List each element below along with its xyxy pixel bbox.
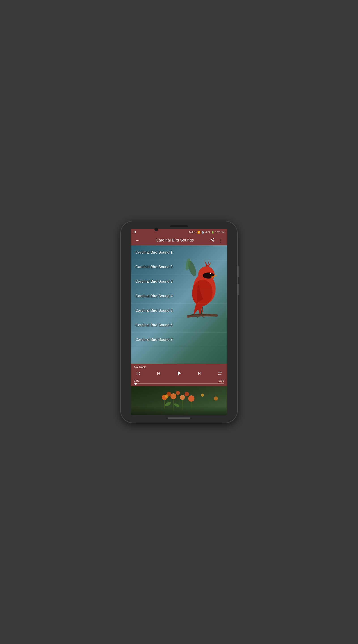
sound-item-6[interactable]: Cardinal Bird Sound 6 [131, 318, 227, 332]
svg-point-18 [171, 393, 176, 399]
player-time-row: 0:00 0:00 [134, 379, 224, 382]
bottom-image-overlay [131, 406, 227, 415]
repeat-icon [217, 371, 222, 376]
svg-point-29 [165, 394, 168, 398]
play-icon [175, 370, 183, 377]
notification-icon: 🖼 [134, 231, 136, 234]
share-icon [210, 238, 215, 242]
sound-item-4[interactable]: Cardinal Bird Sound 4 [131, 289, 227, 304]
sound-item-1[interactable]: Cardinal Bird Sound 1 [131, 245, 227, 260]
next-button[interactable] [196, 370, 204, 378]
back-button[interactable]: ← [134, 238, 140, 243]
wifi-icon: 📶 [197, 231, 200, 234]
volume-down-button[interactable] [237, 284, 238, 295]
more-options-button[interactable]: ⋮ [218, 238, 224, 243]
phone-frame: 🖼 143K/s 📶 📡 48% 🔋 1:26 PM ← Cardinal Bi… [121, 222, 237, 422]
player-bar: No Track [131, 364, 227, 386]
svg-point-22 [188, 395, 194, 402]
shuffle-button[interactable] [134, 371, 142, 377]
svg-point-20 [180, 395, 185, 400]
network-speed: 143K/s [189, 231, 196, 234]
phone-camera [154, 228, 158, 231]
phone-screen: 🖼 143K/s 📶 📡 48% 🔋 1:26 PM ← Cardinal Bi… [131, 229, 227, 415]
player-controls [134, 370, 224, 378]
player-progress-dot[interactable] [135, 382, 137, 385]
toolbar: ← Cardinal Bird Sounds ⋮ [131, 235, 227, 245]
player-progress-bar[interactable] [134, 383, 224, 384]
shuffle-icon [136, 371, 141, 376]
volume-up-button[interactable] [237, 266, 238, 277]
svg-point-21 [185, 392, 189, 396]
sound-item-2[interactable]: Cardinal Bird Sound 2 [131, 260, 227, 274]
prev-icon [156, 370, 162, 376]
battery-level: 48% [205, 231, 210, 234]
status-right: 143K/s 📶 📡 48% 🔋 1:26 PM [189, 231, 224, 234]
status-left: 🖼 [134, 231, 136, 234]
clock: 1:26 PM [215, 231, 224, 234]
sound-item-5[interactable]: Cardinal Bird Sound 5 [131, 304, 227, 318]
phone-bottom-bar [168, 418, 190, 418]
next-icon [197, 370, 202, 376]
time-start: 0:00 [134, 379, 139, 382]
sound-item-7[interactable]: Cardinal Bird Sound 7 [131, 332, 227, 347]
battery-icon: 🔋 [211, 231, 214, 234]
content-area: Cardinal Bird Sound 1Cardinal Bird Sound… [131, 245, 227, 415]
svg-point-31 [214, 396, 218, 400]
status-bar: 🖼 143K/s 📶 📡 48% 🔋 1:26 PM [131, 229, 227, 235]
play-button[interactable] [175, 370, 183, 378]
signal-icon: 📡 [201, 231, 204, 234]
phone-speaker [170, 226, 188, 227]
svg-point-19 [176, 391, 180, 395]
list-section: Cardinal Bird Sound 1Cardinal Bird Sound… [131, 245, 227, 364]
repeat-button[interactable] [216, 371, 224, 377]
time-end: 0:00 [219, 379, 224, 382]
svg-point-30 [201, 394, 204, 397]
share-button[interactable] [209, 238, 215, 243]
sound-item-3[interactable]: Cardinal Bird Sound 3 [131, 274, 227, 289]
sound-list: Cardinal Bird Sound 1Cardinal Bird Sound… [131, 245, 227, 347]
bottom-image [131, 386, 227, 415]
player-track-name: No Track [134, 366, 224, 369]
prev-button[interactable] [155, 370, 163, 378]
app-title: Cardinal Bird Sounds [143, 238, 207, 242]
